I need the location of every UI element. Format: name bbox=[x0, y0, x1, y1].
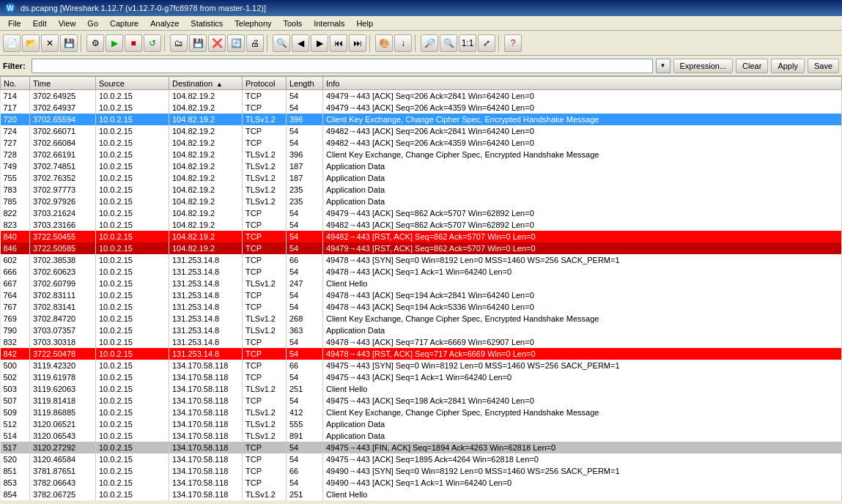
table-row[interactable]: 7643702.8311110.0.2.15131.253.14.8TCP544… bbox=[1, 289, 842, 301]
menu-item-file[interactable]: File bbox=[3, 18, 26, 29]
header-length[interactable]: Length bbox=[287, 77, 323, 90]
cell-len: 247 bbox=[287, 278, 323, 289]
table-row[interactable]: 6023702.3853810.0.2.15131.253.14.8TCP664… bbox=[1, 254, 842, 266]
table-row[interactable]: 8463722.5058510.0.2.15104.82.19.2TCP5449… bbox=[1, 242, 842, 254]
table-row[interactable]: 8423722.5047810.0.2.15131.253.14.8TCP544… bbox=[1, 348, 842, 360]
cell-time: 3702.66191 bbox=[30, 149, 96, 160]
capture-restart-btn[interactable]: ↺ bbox=[144, 34, 161, 52]
menu-item-telephony[interactable]: Telephony bbox=[229, 18, 276, 29]
table-row[interactable]: 7143702.6492510.0.2.15104.82.19.2TCP5449… bbox=[1, 90, 842, 102]
menu-item-go[interactable]: Go bbox=[82, 18, 103, 29]
header-destination[interactable]: Destination ▲ bbox=[169, 77, 243, 90]
table-row[interactable]: 7243702.6607110.0.2.15104.82.19.2TCP5449… bbox=[1, 125, 842, 137]
menu-item-tools[interactable]: Tools bbox=[278, 18, 308, 29]
packet-tbody: 7143702.6492510.0.2.15104.82.19.2TCP5449… bbox=[1, 90, 842, 500]
menu-item-view[interactable]: View bbox=[53, 18, 81, 29]
new-btn[interactable]: 📄 bbox=[3, 34, 21, 52]
table-row[interactable]: 7853702.9792610.0.2.15104.82.19.2TLSv1.2… bbox=[1, 196, 842, 207]
find-btn[interactable]: 🔍 bbox=[273, 34, 290, 52]
table-row[interactable]: 7173702.6493710.0.2.15104.82.19.2TCP5449… bbox=[1, 102, 842, 114]
header-time[interactable]: Time bbox=[30, 77, 96, 90]
table-row[interactable]: 5023119.6197810.0.2.15134.170.58.118TCP5… bbox=[1, 371, 842, 383]
table-row[interactable]: 8223703.2162410.0.2.15104.82.19.2TCP5449… bbox=[1, 207, 842, 219]
table-row[interactable]: 7283702.6619110.0.2.15104.82.19.2TLSv1.2… bbox=[1, 149, 842, 160]
table-row[interactable]: 8233703.2316610.0.2.15104.82.19.2TCP5449… bbox=[1, 219, 842, 231]
filter-input[interactable] bbox=[32, 59, 653, 73]
autoscroll-btn[interactable]: ↓ bbox=[394, 34, 412, 52]
table-row[interactable]: 7273702.6608410.0.2.15104.82.19.2TCP5449… bbox=[1, 137, 842, 149]
table-row[interactable]: 8543782.0672510.0.2.15134.170.58.118TLSv… bbox=[1, 489, 842, 500]
cell-dst: 104.82.19.2 bbox=[169, 172, 243, 184]
help-btn[interactable]: ? bbox=[504, 34, 522, 52]
cell-no: 507 bbox=[1, 395, 30, 407]
capture-stop-btn[interactable]: ■ bbox=[125, 34, 142, 52]
menu-item-help[interactable]: Help bbox=[351, 18, 378, 29]
table-row[interactable]: 7693702.8472010.0.2.15131.253.14.8TLSv1.… bbox=[1, 313, 842, 325]
menu-item-internals[interactable]: Internals bbox=[309, 18, 350, 29]
close-btn[interactable]: ✕ bbox=[41, 34, 59, 52]
save-btn[interactable]: 💾 bbox=[60, 34, 78, 52]
table-row[interactable]: 8323703.3031810.0.2.15131.253.14.8TCP544… bbox=[1, 336, 842, 348]
table-row[interactable]: 7673702.8314110.0.2.15131.253.14.8TCP544… bbox=[1, 301, 842, 313]
table-row[interactable]: 7493702.7485110.0.2.15104.82.19.2TLSv1.2… bbox=[1, 160, 842, 172]
cell-no: 783 bbox=[1, 184, 30, 196]
clear-btn[interactable]: Clear bbox=[736, 59, 768, 73]
menu-item-statistics[interactable]: Statistics bbox=[185, 18, 228, 29]
table-row[interactable]: 5203120.4658410.0.2.15134.170.58.118TCP5… bbox=[1, 453, 842, 465]
table-row[interactable]: 5173120.2729210.0.2.15134.170.58.118TCP5… bbox=[1, 442, 842, 453]
menu-item-edit[interactable]: Edit bbox=[28, 18, 52, 29]
table-row[interactable]: 5003119.4232010.0.2.15134.170.58.118TCP6… bbox=[1, 360, 842, 371]
capture-options-btn[interactable]: ⚙ bbox=[86, 34, 104, 52]
cell-no: 727 bbox=[1, 137, 30, 149]
zoom-in-btn[interactable]: 🔎 bbox=[421, 34, 438, 52]
zoom-out-btn[interactable]: 🔍 bbox=[440, 34, 457, 52]
goto-last-btn[interactable]: ⏭ bbox=[349, 34, 366, 52]
expression-btn[interactable]: Expression... bbox=[673, 59, 734, 73]
goto-first-btn[interactable]: ⏮ bbox=[330, 34, 347, 52]
table-row[interactable]: 5093119.8688510.0.2.15134.170.58.118TLSv… bbox=[1, 407, 842, 418]
header-source[interactable]: Source bbox=[96, 77, 169, 90]
table-row[interactable]: 5073119.8141810.0.2.15134.170.58.118TCP5… bbox=[1, 395, 842, 407]
table-row[interactable]: 7903703.0735710.0.2.15131.253.14.8TLSv1.… bbox=[1, 325, 842, 336]
capture-start-btn[interactable]: ▶ bbox=[106, 34, 123, 52]
table-row[interactable]: 7553702.7635210.0.2.15104.82.19.2TLSv1.2… bbox=[1, 172, 842, 184]
table-row[interactable]: 6673702.6079910.0.2.15131.253.14.8TLSv1.… bbox=[1, 278, 842, 289]
cell-no: 728 bbox=[1, 149, 30, 160]
filter-dropdown[interactable]: ▼ bbox=[656, 59, 671, 73]
cell-src: 10.0.2.15 bbox=[96, 231, 169, 242]
colorize-btn[interactable]: 🎨 bbox=[375, 34, 393, 52]
cell-len: 66 bbox=[287, 465, 323, 477]
header-info[interactable]: Info bbox=[323, 77, 842, 90]
resize-btn[interactable]: ⤢ bbox=[478, 34, 495, 52]
table-row[interactable]: 8403722.5045510.0.2.15104.82.19.2TCP5449… bbox=[1, 231, 842, 242]
table-row[interactable]: 5033119.6206310.0.2.15134.170.58.118TLSv… bbox=[1, 383, 842, 395]
back-btn[interactable]: ◀ bbox=[292, 34, 309, 52]
fwd-btn[interactable]: ▶ bbox=[311, 34, 328, 52]
reload-btn[interactable]: 🔄 bbox=[227, 34, 245, 52]
table-row[interactable]: 6663702.6062310.0.2.15131.253.14.8TCP544… bbox=[1, 266, 842, 278]
header-protocol[interactable]: Protocol bbox=[243, 77, 287, 90]
header-no[interactable]: No. bbox=[1, 77, 30, 90]
cell-info: 49478→443 [ACK] Seq=1 Ack=1 Win=64240 Le… bbox=[323, 266, 842, 278]
open-btn[interactable]: 📂 bbox=[22, 34, 40, 52]
menu-item-analyze[interactable]: Analyze bbox=[145, 18, 184, 29]
print-btn[interactable]: 🖨 bbox=[246, 34, 264, 52]
cell-proto: TLSv1.2 bbox=[243, 383, 287, 395]
zoom-reset-btn[interactable]: 1:1 bbox=[459, 34, 476, 52]
table-row[interactable]: 5143120.0654310.0.2.15134.170.58.118TLSv… bbox=[1, 430, 842, 442]
cell-src: 10.0.2.15 bbox=[96, 430, 169, 442]
table-row[interactable]: 8533782.0664310.0.2.15134.170.58.118TCP5… bbox=[1, 477, 842, 489]
cell-len: 187 bbox=[287, 172, 323, 184]
table-row[interactable]: 7203702.6559410.0.2.15104.82.19.2TLSv1.2… bbox=[1, 114, 842, 125]
apply-btn[interactable]: Apply bbox=[771, 59, 805, 73]
filterbar: Filter: ▼ Expression... Clear Apply Save bbox=[0, 56, 842, 76]
table-row[interactable]: 5123120.0652110.0.2.15134.170.58.118TLSv… bbox=[1, 418, 842, 430]
close-file-btn[interactable]: ❌ bbox=[208, 34, 226, 52]
open-file-btn[interactable]: 🗂 bbox=[170, 34, 188, 52]
table-row[interactable]: 7833702.9777310.0.2.15104.82.19.2TLSv1.2… bbox=[1, 184, 842, 196]
table-row[interactable]: 8513781.8765110.0.2.15134.170.58.118TCP6… bbox=[1, 465, 842, 477]
save-filter-btn[interactable]: Save bbox=[808, 59, 839, 73]
save-file-btn[interactable]: 💾 bbox=[189, 34, 207, 52]
menu-item-capture[interactable]: Capture bbox=[105, 18, 144, 29]
cell-dst: 104.82.19.2 bbox=[169, 207, 243, 219]
